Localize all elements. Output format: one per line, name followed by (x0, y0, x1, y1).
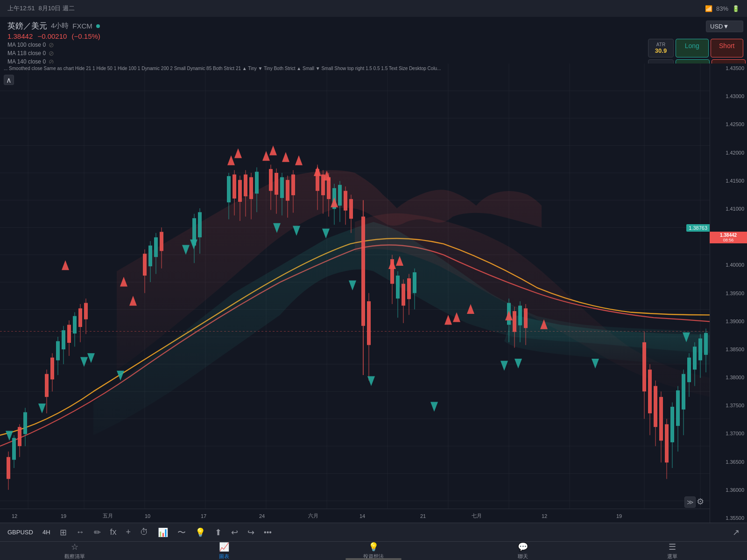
svg-marker-178 (430, 402, 438, 411)
svg-rect-138 (682, 374, 685, 410)
toolbar-share-icon[interactable]: ⬆ (215, 527, 222, 538)
time-label-17: 17 (201, 513, 206, 519)
chart-area[interactable] (0, 64, 710, 523)
price-tag-red: 1.38442 08:56 (710, 232, 747, 243)
time-label-12b: 12 (542, 513, 547, 519)
svg-rect-130 (659, 397, 663, 441)
svg-marker-153 (269, 146, 277, 156)
svg-rect-146 (704, 333, 708, 355)
collapse-button[interactable]: ∧ (4, 75, 14, 85)
nav-watchlist[interactable]: ☆ 觀察清單 (0, 542, 149, 560)
nav-menu-label: 選單 (667, 553, 677, 560)
svg-rect-64 (198, 212, 202, 237)
menu-icon: ☰ (669, 542, 676, 552)
time-label-19: 19 (61, 513, 66, 519)
price-tick: 1.37500 (710, 403, 747, 408)
chart-svg (0, 64, 710, 523)
price-tick: 1.41000 (710, 206, 747, 212)
timeframe[interactable]: 4小時 (51, 21, 69, 30)
svg-rect-48 (73, 316, 77, 333)
nav-bar: ☆ 觀察清單 📈 圖表 💡 投資想法 💬 聯天 ☰ 選單 (0, 541, 747, 560)
toolbar-idea-icon[interactable]: 💡 (195, 527, 205, 538)
currency-selector[interactable]: USD▼ (706, 21, 743, 32)
toolbar-alert-icon[interactable]: ⏱ (140, 527, 148, 537)
svg-rect-102 (361, 217, 365, 326)
toolbar-more-icon[interactable]: ••• (264, 528, 272, 537)
svg-rect-72 (244, 175, 247, 197)
price-tick: 1.38000 (710, 375, 747, 380)
svg-rect-60 (160, 232, 163, 251)
svg-rect-70 (238, 180, 242, 202)
svg-rect-86 (291, 175, 295, 195)
svg-rect-58 (154, 237, 158, 257)
time-label-june: 六月 (308, 512, 318, 519)
toolbar-draw-icon[interactable]: ✏ (94, 527, 101, 538)
status-date: 8月10日 週二 (39, 4, 75, 13)
svg-rect-120 (518, 305, 522, 325)
svg-rect-54 (143, 254, 147, 276)
current-price: 1.38442 (7, 32, 33, 40)
toolbar-wave-icon[interactable]: 〜 (177, 527, 186, 538)
svg-rect-122 (524, 308, 528, 328)
ma118-icon[interactable]: ⊘ (49, 50, 54, 57)
toolbar-undo-icon[interactable]: ↩ (231, 527, 238, 538)
price-tick: 1.42500 (710, 121, 747, 127)
price-tick: 1.37000 (710, 431, 747, 436)
price-change-pct: (−0.15%) (72, 32, 100, 40)
toolbar-arrow-icon[interactable]: ↗ (733, 527, 740, 538)
symbol-name[interactable]: 英鎊／美元 (7, 21, 47, 31)
svg-rect-50 (78, 308, 82, 327)
svg-rect-134 (670, 407, 674, 442)
toolbar-bar-icon[interactable]: 📊 (158, 527, 168, 538)
top-bar: 英鎊／美元 4小時 FXCM 1.38442 −0.00210 (−0.15%)… (0, 17, 747, 64)
atr-box: ATR 30.9 (648, 39, 674, 57)
svg-rect-30 (7, 457, 10, 479)
time-label-14: 14 (359, 513, 365, 519)
svg-rect-66 (227, 176, 231, 202)
svg-marker-169 (87, 353, 95, 363)
nav-chat[interactable]: 💬 聯天 (448, 542, 598, 560)
toolbar-compare-icon[interactable]: ↔ (76, 527, 85, 537)
svg-rect-136 (676, 390, 680, 426)
price-tick: 1.39000 (710, 319, 747, 324)
svg-marker-166 (6, 431, 13, 440)
price-tick: 1.36000 (710, 487, 747, 493)
chart-settings-button[interactable]: ⚙ (697, 496, 708, 508)
ideas-icon: 💡 (368, 542, 379, 552)
svg-marker-167 (38, 404, 46, 413)
nav-ideas[interactable]: 💡 投資想法 (299, 542, 448, 560)
toolbar-timeframe[interactable]: 4H (42, 529, 50, 536)
svg-rect-96 (338, 185, 342, 206)
svg-marker-176 (349, 281, 356, 291)
time-label-july: 七月 (472, 512, 482, 519)
atr-label: ATR (653, 42, 669, 47)
toolbar-symbol[interactable]: GBPUSD (7, 529, 33, 536)
svg-rect-110 (402, 284, 405, 306)
chat-icon: 💬 (518, 542, 528, 552)
svg-rect-46 (67, 325, 71, 343)
svg-rect-74 (249, 177, 253, 199)
time-label-21: 21 (420, 513, 426, 519)
wifi-icon: 📶 (705, 5, 712, 12)
price-tag-green: 1.38763 (686, 224, 710, 232)
svg-rect-44 (62, 330, 65, 349)
svg-rect-40 (50, 358, 54, 380)
short-button[interactable]: Short (711, 39, 744, 57)
toolbar-fx-icon[interactable]: fx (110, 527, 117, 537)
svg-marker-147 (62, 260, 69, 270)
toolbar-redo-icon[interactable]: ↪ (247, 527, 254, 538)
status-dot (96, 24, 100, 28)
expand-button[interactable]: ≫ (684, 496, 696, 508)
time-label-10: 10 (145, 513, 150, 519)
long-button[interactable]: Long (676, 39, 709, 57)
toolbar-indicators-icon[interactable]: ⊞ (60, 527, 67, 538)
current-timestamp: 08:56 (712, 238, 745, 242)
nav-chart[interactable]: 📈 圖表 (149, 542, 299, 560)
svg-rect-98 (344, 191, 347, 211)
toolbar-add-icon[interactable]: + (126, 527, 131, 537)
home-indicator (345, 558, 402, 560)
time-axis: 12 19 五月 10 17 24 六月 14 21 七月 12 19 (0, 509, 710, 523)
svg-rect-84 (286, 180, 289, 200)
nav-menu[interactable]: ☰ 選單 (598, 542, 747, 560)
ma100-icon[interactable]: ⊘ (49, 41, 54, 49)
